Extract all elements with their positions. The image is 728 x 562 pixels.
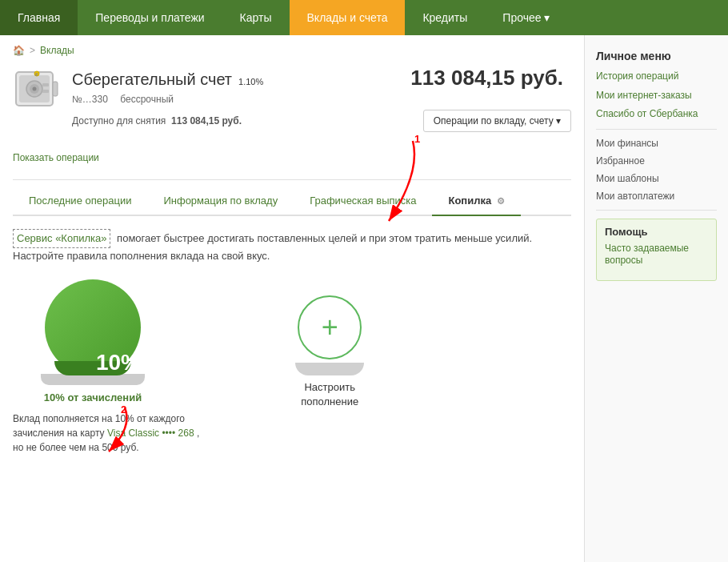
add-container: Настроитьпополнение — [295, 295, 364, 409]
sidebar-autopayments[interactable]: Мои автоплатежи — [596, 191, 717, 202]
gear-icon: ⚙ — [497, 196, 505, 206]
svg-point-4 — [33, 87, 37, 91]
kopilka-service-link[interactable]: Сервис «Копилка» — [13, 229, 110, 248]
svg-rect-5 — [42, 83, 49, 86]
sidebar-finances[interactable]: Мои финансы — [596, 138, 717, 149]
sidebar-faq[interactable]: Часто задаваемые вопросы — [605, 243, 708, 267]
svg-rect-6 — [42, 90, 49, 93]
breadcrumb-sep: > — [30, 45, 35, 56]
tabs: Последние операции Информация по вкладу … — [13, 187, 571, 216]
nav-other[interactable]: Прочее ▾ — [485, 0, 567, 35]
kopilka-card-desc: Вклад пополняется на 10% от каждого зачи… — [13, 411, 199, 455]
add-label: Настроитьпополнение — [301, 380, 358, 409]
account-title: Сберегательный счет — [72, 70, 232, 89]
available-amount: 113 084,15 руб. — [171, 115, 242, 126]
account-rate: 1.10% — [238, 77, 263, 86]
percent-label: 10% от зачислений — [44, 391, 142, 403]
account-meta: №…330 бессрочный — [72, 94, 571, 105]
divider — [13, 179, 571, 180]
tab-kopilka[interactable]: Копилка ⚙ — [432, 187, 520, 216]
sidebar-personal-menu-title: Личное меню — [596, 50, 717, 62]
sidebar-history[interactable]: История операций — [596, 70, 717, 83]
home-icon[interactable]: 🏠 — [13, 45, 25, 56]
safe-icon: ₽ — [13, 66, 61, 114]
percent-value: 10% — [96, 350, 141, 375]
tab-recent-ops[interactable]: Последние операции — [13, 187, 147, 216]
add-button[interactable] — [298, 295, 362, 359]
tab-chart[interactable]: Графическая выписка — [294, 187, 432, 216]
sidebar-divider2 — [596, 210, 717, 211]
card-link[interactable]: Visa Classic •••• 268 — [107, 428, 194, 439]
percent-circle-container: 10% 10% от зачислений — [13, 279, 173, 403]
available-label: Доступно для снятия 113 084,15 руб. — [72, 115, 242, 126]
sidebar-favorites[interactable]: Избранное — [596, 155, 717, 167]
account-number: №…330 — [72, 94, 108, 105]
nav-credits[interactable]: Кредиты — [405, 0, 485, 35]
sidebar-orders[interactable]: Мои интернет-заказы — [596, 90, 717, 102]
account-header: ₽ Сберегательный счет 1.10% 113 084,15 р… — [13, 66, 571, 145]
kopilka-content: Сервис «Копилка» помогает быстрее достиг… — [13, 229, 571, 455]
help-title: Помощь — [605, 226, 708, 238]
account-info: Сберегательный счет 1.10% 113 084,15 руб… — [72, 66, 571, 138]
sidebar-divider1 — [596, 129, 717, 130]
nav-transfers[interactable]: Переводы и платежи — [78, 0, 222, 35]
help-box: Помощь Часто задаваемые вопросы — [596, 219, 717, 281]
kopilka-cards: 10% 10% от зачислений Вклад пополняется … — [13, 279, 571, 455]
sidebar-templates[interactable]: Мои шаблоны — [596, 173, 717, 184]
ops-button[interactable]: Операции по вкладу, счету ▾ — [423, 110, 571, 132]
show-ops-link[interactable]: Показать операции — [13, 152, 99, 163]
svg-rect-9 — [53, 82, 58, 96]
breadcrumb-deposits[interactable]: Вклады — [40, 45, 74, 56]
sidebar-spasibo[interactable]: Спасибо от Сбербанка — [596, 108, 717, 121]
account-type: бессрочный — [120, 94, 174, 105]
right-sidebar: Личное меню История операций Мои интерне… — [584, 35, 728, 562]
percent-circle: 10% — [45, 279, 141, 375]
tab-info[interactable]: Информация по вкладу — [147, 187, 294, 216]
nav-cards[interactable]: Карты — [222, 0, 290, 35]
nav-home[interactable]: Главная — [0, 0, 78, 35]
kopilka-description: Сервис «Копилка» помогает быстрее достиг… — [13, 229, 571, 263]
nav-deposits[interactable]: Вклады и счета — [290, 0, 406, 35]
breadcrumb: 🏠 > Вклады — [13, 45, 571, 56]
top-nav: Главная Переводы и платежи Карты Вклады … — [0, 0, 728, 35]
account-balance: 113 084,15 руб. — [410, 66, 571, 90]
